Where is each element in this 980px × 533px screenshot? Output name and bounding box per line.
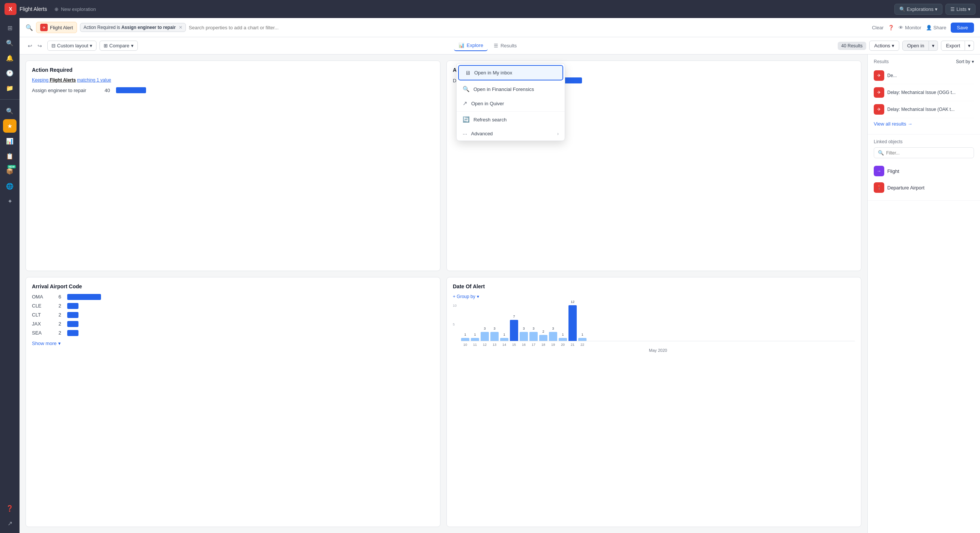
x-axis-label: 12 <box>480 343 489 346</box>
chart-bar-column: 1 <box>578 338 587 341</box>
filter-text: Action Required is Assign engineer to re… <box>83 25 175 30</box>
compare-button[interactable]: ⊞ Compare ▾ <box>100 41 137 51</box>
nav-home[interactable]: ⊞ <box>3 21 16 35</box>
custom-layout-button[interactable]: ⊟ Custom layout ▾ <box>47 41 97 51</box>
nav-analytics[interactable]: 📊 <box>3 134 16 148</box>
view-all-button[interactable]: View all results → <box>874 118 974 130</box>
open-in-quiver-label: Open in Quiver <box>471 101 504 106</box>
chart-bar-column: 1 <box>500 338 508 341</box>
open-in-my-inbox-item[interactable]: 🖥 Open in My inbox <box>458 65 563 80</box>
airport-row: CLT 2 <box>32 312 434 318</box>
nav-external[interactable]: ↗ <box>3 517 16 530</box>
result-icon: ✈ <box>874 87 884 98</box>
nav-history[interactable]: 🕐 <box>3 66 16 80</box>
sort-by[interactable]: Sort by ▾ <box>956 59 974 64</box>
new-exploration-tab[interactable]: ⊕ New exploration <box>50 4 100 14</box>
nav-starred[interactable]: ★ <box>3 119 16 133</box>
airport-label: OMA <box>32 294 51 300</box>
y-axis: 10 5 <box>453 304 458 349</box>
nav-clipboard[interactable]: 📋 <box>3 149 16 163</box>
actions-button[interactable]: Actions ▾ <box>869 41 899 51</box>
linked-filter-input[interactable] <box>886 150 970 156</box>
object-type-pill[interactable]: ✈ Flight Alert <box>36 22 77 33</box>
right-panel: Results Sort by ▾ ✈ De... ✈ De <box>867 54 980 533</box>
x-axis-label: 22 <box>578 343 587 346</box>
explorations-button[interactable]: 🔍 Explorations ▾ <box>894 4 943 15</box>
open-in-button[interactable]: Open in <box>902 41 929 51</box>
app-logo: X <box>5 3 16 15</box>
tab-results[interactable]: ☰ Results <box>489 41 521 51</box>
x-axis-label: 13 <box>490 343 499 346</box>
nav-search-active[interactable]: 🔍 <box>3 104 16 118</box>
export-caret-button[interactable]: ▾ <box>965 41 974 51</box>
chevron-right-icon: › <box>557 131 559 136</box>
nav-search[interactable]: 🔍 <box>3 36 16 49</box>
bar-value-label: 2 <box>542 330 544 334</box>
object-type-label: Flight Alert <box>50 25 73 30</box>
bar-value-label: 1 <box>562 333 564 337</box>
chart-bar: 3 <box>490 332 499 341</box>
airport-row: JAX 2 <box>32 321 434 327</box>
open-in-group: Open in ▾ <box>902 41 938 51</box>
open-in-dropdown: 🖥 Open in My inbox 🔍 Open in Financial F… <box>456 63 565 141</box>
flight-alerts-label[interactable]: Flight Alerts <box>49 77 76 83</box>
open-in-caret-button[interactable]: ▾ <box>929 41 938 51</box>
group-by-button[interactable]: + Group by ▾ <box>453 294 855 299</box>
flight-linked-item[interactable]: → Flight <box>874 163 974 179</box>
airport-count: 2 <box>54 312 61 318</box>
airport-rows: OMA 6 CLE 2 CLT 2 JAX 2 SEA 2 <box>32 294 434 336</box>
nav-help[interactable]: ❓ <box>3 501 16 515</box>
result-item-1[interactable]: ✈ De... <box>874 67 974 84</box>
airport-row: CLE 2 <box>32 303 434 309</box>
x-axis-label: 18 <box>539 343 547 346</box>
nav-special[interactable]: ✦ <box>3 194 16 208</box>
nav-folders[interactable]: 📁 <box>3 81 16 95</box>
result-icon: ✈ <box>874 104 884 115</box>
open-in-quiver-item[interactable]: ↗ Open in Quiver <box>457 96 565 110</box>
tab-group: 📊 Explore ☰ Results <box>454 40 521 51</box>
airport-bar <box>67 303 78 309</box>
lists-button[interactable]: ☰ Lists ▾ <box>945 4 975 15</box>
refresh-search-item[interactable]: 🔄 Refresh search <box>457 112 565 127</box>
filter-remove-button[interactable]: ✕ <box>179 25 183 30</box>
advanced-item[interactable]: ··· Advanced › <box>457 127 565 140</box>
toolbar: ↩ ↪ ⊟ Custom layout ▾ ⊞ Compare ▾ 📊 <box>19 37 980 54</box>
share-icon: 👤 <box>926 25 932 30</box>
chart-bar-column: 3 <box>530 332 538 341</box>
chevron-down-icon: ▾ <box>90 43 92 48</box>
chevron-down-icon: ▾ <box>935 6 937 12</box>
undo-button[interactable]: ↩ <box>25 41 35 50</box>
export-button[interactable]: Export <box>941 41 965 51</box>
chevron-down-icon: ▾ <box>892 43 894 48</box>
value-link[interactable]: 1 value <box>97 77 111 83</box>
chart-bar: 1 <box>461 338 469 341</box>
search-icon-button[interactable]: 🔍 <box>25 24 33 31</box>
nav-alerts[interactable]: 🔔 <box>3 51 16 65</box>
result-text-1: De... <box>887 73 897 78</box>
open-in-financial-forensics-item[interactable]: 🔍 Open in Financial Forensics <box>457 82 565 96</box>
save-button[interactable]: Save <box>951 22 974 33</box>
x-axis-label: 19 <box>549 343 557 346</box>
monitor-button[interactable]: 👁 Monitor <box>899 25 921 30</box>
chart-bar-column: 1 <box>559 338 567 341</box>
bar-value-label: 3 <box>494 327 496 330</box>
flight-linked-icon: → <box>874 166 884 176</box>
clear-button[interactable]: Clear <box>872 25 883 30</box>
filter-icon: 🔍 <box>878 150 884 156</box>
x-axis-label: 15 <box>510 343 518 346</box>
chart-bar-column: 3 <box>480 332 489 341</box>
open-in-financial-forensics-label: Open in Financial Forensics <box>474 86 534 92</box>
departure-airport-linked-item[interactable]: 📍 Departure Airport <box>874 179 974 196</box>
redo-button[interactable]: ↪ <box>35 41 44 50</box>
nav-packages[interactable]: 📦 NEW <box>3 164 16 178</box>
share-button[interactable]: 👤 Share <box>926 25 947 30</box>
search-input[interactable] <box>189 25 869 30</box>
result-item-2[interactable]: ✈ Delay: Mechanical Issue (OGG t... <box>874 84 974 101</box>
tab-explore[interactable]: 📊 Explore <box>454 40 488 51</box>
nav-globe[interactable]: 🌐 <box>3 179 16 193</box>
chart-bars: 11331733231121 <box>461 304 855 341</box>
result-item-3[interactable]: ✈ Delay: Mechanical Issue (OAK t... <box>874 101 974 118</box>
airport-bar <box>67 321 78 327</box>
show-more-button[interactable]: Show more ▾ <box>32 340 434 346</box>
export-group: Export ▾ <box>941 41 974 51</box>
